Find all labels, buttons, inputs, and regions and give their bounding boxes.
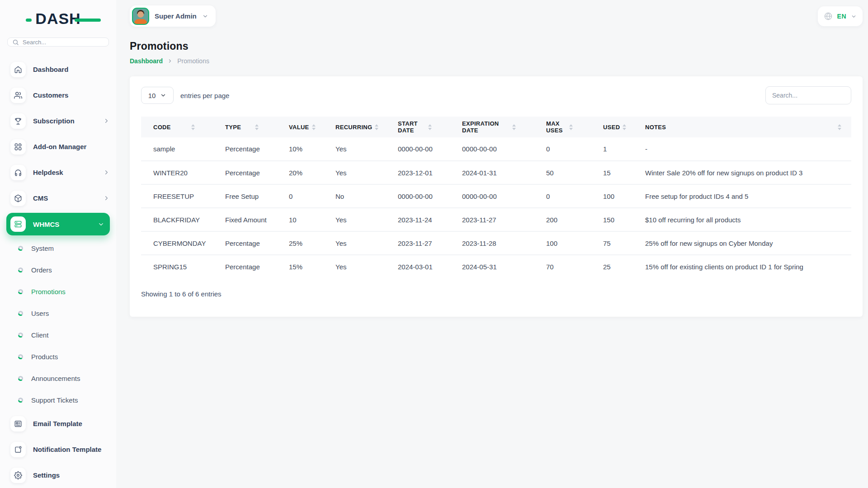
breadcrumb-dashboard-link[interactable]: Dashboard [130, 57, 163, 65]
column-header-used[interactable]: USED [591, 117, 633, 137]
chevron-right-icon [103, 195, 110, 202]
sort-icon[interactable] [428, 124, 432, 130]
cell-expiration-date: 2024-01-31 [450, 161, 534, 184]
sidebar-item-customers[interactable]: Customers [0, 82, 116, 108]
sidebar-item-label: Helpdesk [33, 169, 96, 176]
circle-icon [18, 354, 23, 359]
sidebar-subitem-announcements[interactable]: Announcements [0, 367, 116, 389]
page-size-select[interactable]: 10 [141, 87, 174, 104]
cell-value: 20% [277, 161, 323, 184]
sidebar-subitem-support-tickets[interactable]: Support Tickets [0, 389, 116, 411]
table-row: sample Percentage 10% Yes 0000-00-00 000… [141, 137, 851, 161]
sort-icon[interactable] [512, 124, 516, 130]
cell-code: sample [141, 137, 213, 161]
cell-recurring: Yes [323, 137, 386, 161]
email-template-icon [10, 416, 26, 432]
sort-icon[interactable] [623, 124, 626, 130]
sort-icon[interactable] [838, 124, 841, 130]
column-header-expiration-date[interactable]: EXPIRATION DATE [450, 117, 534, 137]
sidebar-subitem-label: Products [31, 353, 58, 361]
column-header-value[interactable]: VALUE [277, 117, 323, 137]
cell-expiration-date: 2024-05-31 [450, 255, 534, 278]
language-selector[interactable]: EN [818, 6, 863, 26]
cell-notes: Winter Sale 20% off for new signups on p… [633, 161, 851, 184]
search-icon [12, 39, 19, 46]
circle-icon [18, 289, 23, 294]
sidebar-subitem-system[interactable]: System [0, 237, 116, 259]
cell-max-uses: 0 [534, 137, 591, 161]
cell-expiration-date: 0000-00-00 [450, 137, 534, 161]
sidebar-subitem-label: Users [31, 310, 49, 317]
sidebar-subitem-client[interactable]: Client [0, 324, 116, 346]
cell-expiration-date: 2023-11-28 [450, 231, 534, 255]
sidebar-item-cms[interactable]: CMS [0, 185, 116, 211]
cell-code: WINTER20 [141, 161, 213, 184]
sidebar-subitem-products[interactable]: Products [0, 346, 116, 367]
sidebar-item-notification-template[interactable]: Notification Template [0, 436, 116, 462]
chevron-right-icon [103, 117, 110, 124]
sidebar-item-dashboard[interactable]: Dashboard [0, 56, 116, 82]
cell-recurring: Yes [323, 161, 386, 184]
column-header-recurring[interactable]: RECURRING [323, 117, 386, 137]
page-size-value: 10 [148, 92, 156, 99]
promotions-table: CODE TYPE VALUE RECURRING START DATE EXP… [141, 117, 851, 278]
sidebar-search[interactable] [7, 38, 109, 47]
cell-recurring: Yes [323, 255, 386, 278]
cell-used: 100 [591, 184, 633, 208]
sidebar-item-email-template[interactable]: Email Template [0, 411, 116, 436]
cell-type: Percentage [213, 231, 277, 255]
sidebar-item-label: Dashboard [33, 66, 110, 73]
chevron-down-icon [98, 221, 104, 228]
logo-text: DASH [35, 10, 80, 27]
cell-type: Percentage [213, 161, 277, 184]
column-header-code[interactable]: CODE [141, 117, 213, 137]
sidebar-item-whmcs[interactable]: WHMCS [6, 213, 110, 235]
table-search[interactable] [765, 86, 851, 104]
cell-used: 150 [591, 208, 633, 231]
column-header-start-date[interactable]: START DATE [386, 117, 450, 137]
sidebar-item-label: Notification Template [33, 446, 110, 453]
sort-icon[interactable] [569, 124, 573, 130]
column-header-max-uses[interactable]: MAX USES [534, 117, 591, 137]
cell-value: 15% [277, 255, 323, 278]
sidebar-item-helpdesk[interactable]: Helpdesk [0, 160, 116, 185]
sort-icon[interactable] [312, 124, 316, 130]
chevron-right-icon [167, 58, 173, 64]
trophy-icon [10, 113, 26, 129]
sidebar-subitem-promotions[interactable]: Promotions [0, 281, 116, 302]
sort-icon[interactable] [191, 124, 195, 130]
column-header-type[interactable]: TYPE [213, 117, 277, 137]
breadcrumb: Dashboard Promotions [130, 57, 863, 65]
cell-max-uses: 100 [534, 231, 591, 255]
column-header-notes[interactable]: NOTES [633, 117, 851, 137]
sidebar-nav: Dashboard Customers Subscription Add-on … [0, 47, 116, 488]
cell-value: 10 [277, 208, 323, 231]
table-row: WINTER20 Percentage 20% Yes 2023-12-01 2… [141, 161, 851, 184]
circle-icon [18, 333, 23, 338]
table-search-input[interactable] [772, 92, 844, 99]
cell-value: 10% [277, 137, 323, 161]
sidebar-subitem-orders[interactable]: Orders [0, 259, 116, 281]
sidebar-item-label: Add-on Manager [33, 143, 110, 150]
sort-icon[interactable] [255, 124, 259, 130]
sidebar-item-subscription[interactable]: Subscription [0, 108, 116, 134]
cell-value: 25% [277, 231, 323, 255]
sidebar-subitem-users[interactable]: Users [0, 302, 116, 324]
user-menu[interactable]: Super Admin [130, 5, 216, 27]
sort-icon[interactable] [375, 124, 378, 130]
sidebar-item-label: Settings [33, 471, 110, 479]
sidebar-item-addon-manager[interactable]: Add-on Manager [0, 134, 116, 160]
cell-expiration-date: 2023-11-27 [450, 208, 534, 231]
table-row: SPRING15 Percentage 15% Yes 2024-03-01 2… [141, 255, 851, 278]
sidebar-item-settings[interactable]: Settings [0, 462, 116, 488]
chevron-right-icon [103, 169, 110, 176]
avatar [132, 8, 149, 25]
users-icon [10, 88, 26, 103]
sidebar-subitem-label: Client [31, 331, 48, 339]
circle-icon [18, 311, 23, 316]
sidebar-search-input[interactable] [23, 39, 104, 46]
cell-type: Percentage [213, 137, 277, 161]
circle-icon [18, 398, 23, 403]
app-logo[interactable]: DASH [28, 10, 88, 28]
gear-icon [10, 468, 26, 483]
